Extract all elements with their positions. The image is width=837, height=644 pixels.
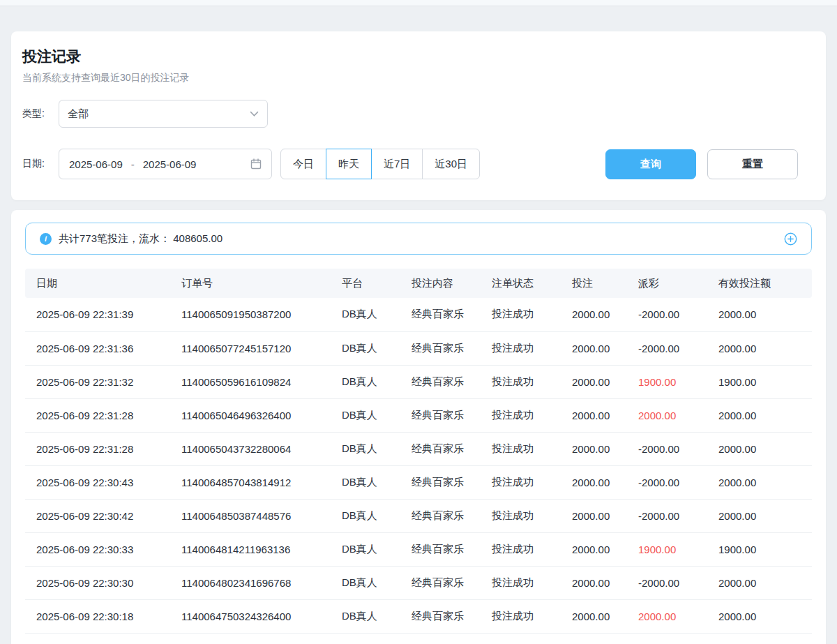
date-range-separator: - [131,158,135,170]
cell-date: 2025-06-09 22:31:32 [25,365,170,398]
cell-payout: 2000.00 [627,398,707,432]
cell-status: 投注成功 [481,298,561,331]
column-header: 平台 [331,269,400,298]
summary-banner: i 共计773笔投注，流水： 408605.00 [25,223,812,255]
page-title: 投注记录 [22,47,815,66]
cell-status: 投注成功 [481,365,561,398]
cell-bet: 2000.00 [561,398,627,432]
filter-card: 投注记录 当前系统支持查询最近30日的投注记录 类型: 全部 日期: 2025-… [11,31,826,200]
quick-range-button[interactable]: 近7日 [371,149,423,179]
cell-date: 2025-06-09 22:30:18 [25,599,170,633]
cell-bet: 2000.00 [561,499,627,532]
type-select[interactable]: 全部 [59,100,268,128]
table-header-row: 日期订单号平台投注内容注单状态投注派彩有效投注额 [25,269,812,298]
cell-content: 经典百家乐 [400,499,481,532]
table-row: 2025-06-09 22:31:321140065059616109824DB… [25,365,812,398]
type-filter-row: 类型: 全部 [22,100,815,128]
cell-date: 2025-06-09 22:30:30 [25,566,170,599]
cell-bet: 2000.00 [561,532,627,566]
cell-content: 经典百家乐 [400,566,481,599]
cell-date: 2025-06-09 22:30:33 [25,532,170,566]
cell-content: 经典百家乐 [400,532,481,566]
cell-status: 投注成功 [481,398,561,432]
cell-payout: -2000.00 [627,465,707,499]
cell-order-no: 1140065077245157120 [170,331,331,365]
calendar-icon [250,158,262,170]
type-select-value: 全部 [68,107,89,121]
cell-valid-bet: 1900.00 [707,532,812,566]
chevron-down-icon [250,111,259,117]
cell-platform: DB真人 [331,298,400,331]
cell-status: 投注成功 [481,465,561,499]
column-header: 订单号 [170,269,331,298]
cell-valid-bet: 2000.00 [707,599,812,633]
records-card: i 共计773笔投注，流水： 408605.00 日期订单号平台投注内容注单状态… [11,210,826,644]
cell-bet: 2000.00 [561,566,627,599]
column-header: 注单状态 [481,269,561,298]
table-row: 2025-06-09 22:30:331140064814211963136DB… [25,532,812,566]
cell-status: 投注成功 [481,432,561,465]
reset-button[interactable]: 重置 [707,149,798,179]
cell-platform: DB真人 [331,331,400,365]
cell-payout: -2000.00 [627,298,707,331]
cell-date: 2025-06-09 22:30:43 [25,465,170,499]
table-row: 2025-06-09 22:31:361140065077245157120DB… [25,331,812,365]
filter-actions: 查询 重置 [605,149,798,179]
table-row: 2025-06-09 22:31:281140065043732280064DB… [25,432,812,465]
table-row: 2025-06-09 22:31:391140065091950387200DB… [25,298,812,331]
cell-payout: -2000.00 [627,432,707,465]
column-header: 有效投注额 [707,269,812,298]
cell-order-no: 1140064750324326400 [170,599,331,633]
quick-range-group: 今日昨天近7日近30日 [280,149,480,179]
column-header: 日期 [25,269,170,298]
cell-content: 经典百家乐 [400,465,481,499]
cell-platform: DB真人 [331,566,400,599]
cell-valid-bet: 2000.00 [707,465,812,499]
type-label: 类型: [22,107,59,120]
date-start-value: 2025-06-09 [69,158,123,170]
summary-text: 共计773笔投注，流水： 408605.00 [59,232,223,246]
records-table: 日期订单号平台投注内容注单状态投注派彩有效投注额 2025-06-09 22:3… [25,269,812,634]
cell-valid-bet: 2000.00 [707,331,812,365]
cell-valid-bet: 2000.00 [707,499,812,532]
date-range-input[interactable]: 2025-06-09 - 2025-06-09 [59,149,272,179]
cell-bet: 2000.00 [561,298,627,331]
cell-content: 经典百家乐 [400,398,481,432]
cell-date: 2025-06-09 22:31:36 [25,331,170,365]
cell-status: 投注成功 [481,566,561,599]
table-body: 2025-06-09 22:31:391140065091950387200DB… [25,298,812,633]
cell-valid-bet: 2000.00 [707,398,812,432]
cell-payout: 1900.00 [627,532,707,566]
cell-valid-bet: 2000.00 [707,566,812,599]
cell-order-no: 1140065046496326400 [170,398,331,432]
cell-date: 2025-06-09 22:31:28 [25,398,170,432]
cell-content: 经典百家乐 [400,298,481,331]
cell-order-no: 1140064850387448576 [170,499,331,532]
cell-payout: -2000.00 [627,566,707,599]
cell-bet: 2000.00 [561,599,627,633]
cell-order-no: 1140065091950387200 [170,298,331,331]
cell-order-no: 1140065059616109824 [170,365,331,398]
cell-date: 2025-06-09 22:31:28 [25,432,170,465]
cell-status: 投注成功 [481,599,561,633]
cell-status: 投注成功 [481,331,561,365]
quick-range-button[interactable]: 昨天 [326,149,372,179]
cell-valid-bet: 2000.00 [707,298,812,331]
info-icon: i [40,233,52,245]
cell-status: 投注成功 [481,532,561,566]
query-button[interactable]: 查询 [605,149,696,179]
cell-date: 2025-06-09 22:31:39 [25,298,170,331]
cell-valid-bet: 1900.00 [707,365,812,398]
column-header: 投注 [561,269,627,298]
table-row: 2025-06-09 22:31:281140065046496326400DB… [25,398,812,432]
cell-platform: DB真人 [331,365,400,398]
cell-platform: DB真人 [331,465,400,499]
cell-order-no: 1140064857043814912 [170,465,331,499]
column-header: 投注内容 [400,269,481,298]
cell-content: 经典百家乐 [400,331,481,365]
cell-order-no: 1140065043732280064 [170,432,331,465]
quick-range-button[interactable]: 今日 [280,149,326,179]
quick-range-button[interactable]: 近30日 [422,149,480,179]
cell-status: 投注成功 [481,499,561,532]
circle-plus-icon[interactable] [784,232,797,246]
